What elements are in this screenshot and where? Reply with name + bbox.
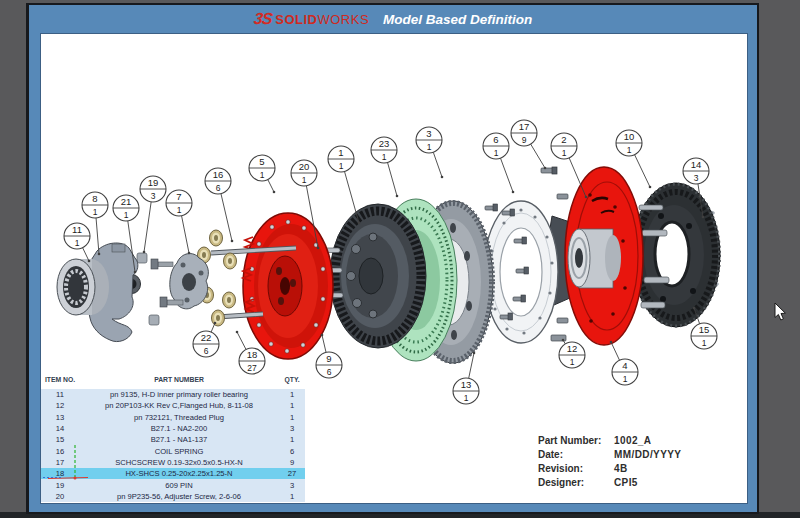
- svg-text:1: 1: [623, 374, 628, 384]
- svg-text:1: 1: [627, 145, 632, 155]
- coil-springs-compressed: [243, 237, 254, 312]
- svg-text:1: 1: [177, 205, 182, 215]
- bom-cell: 1: [279, 492, 305, 501]
- bom-cell: pn 20P103-KK Rev C,Flanged Hub, 8-11-08: [79, 401, 279, 410]
- svg-text:14: 14: [691, 159, 702, 170]
- part-info-block: Part Number:1002_ADate:MM/DD/YYYYRevisio…: [538, 435, 681, 491]
- part-clutch-cover[interactable]: [547, 167, 643, 345]
- svg-text:1: 1: [75, 238, 80, 248]
- cover-screws[interactable]: [541, 167, 576, 341]
- part-flanged-hub[interactable]: [124, 253, 209, 325]
- bom-cell: 3: [279, 424, 305, 433]
- svg-text:22: 22: [201, 332, 212, 343]
- part-pressure-plate[interactable]: [243, 213, 333, 359]
- bom-header-item: ITEM NO.: [41, 376, 79, 383]
- part-schc-screws[interactable]: [485, 204, 529, 320]
- balloon-17[interactable]: 179: [511, 120, 546, 169]
- part-ring-gear[interactable]: [413, 201, 493, 363]
- bom-row-18[interactable]: 18HX-SHCS 0.25-20x2.25x1.25-N27: [41, 468, 305, 479]
- balloon-2[interactable]: 21: [551, 133, 587, 198]
- balloon-23[interactable]: 231: [371, 137, 398, 197]
- bom-row-13[interactable]: 13pn 732121, Threaded Plug1: [41, 412, 305, 423]
- part-pressure-ring[interactable]: [484, 201, 558, 343]
- svg-text:18: 18: [247, 349, 258, 360]
- svg-text:1: 1: [382, 152, 387, 162]
- part-retaining-ring[interactable]: [695, 212, 717, 288]
- balloon-9[interactable]: 96: [316, 334, 342, 378]
- bom-cell: 19: [41, 481, 79, 490]
- svg-text:1: 1: [494, 148, 499, 158]
- bom-row-15[interactable]: 15B27.1 - NA1-1371: [41, 434, 305, 445]
- window-title: Model Based Definition: [383, 12, 532, 27]
- bom-cell: 15: [41, 435, 79, 444]
- part-sprocket[interactable]: [632, 183, 720, 327]
- balloon-4[interactable]: 41: [610, 341, 638, 385]
- balloon-14[interactable]: 143: [683, 158, 709, 218]
- svg-text:6: 6: [493, 134, 498, 145]
- bom-cell: 1: [279, 413, 305, 422]
- balloon-13[interactable]: 131: [453, 352, 479, 404]
- part-pin[interactable]: [137, 253, 159, 325]
- part-roller-bearing[interactable]: [57, 259, 109, 315]
- balloon-22[interactable]: 226: [193, 322, 219, 357]
- bom-cell: HX-SHCS 0.25-20x2.25x1.25-N: [79, 469, 279, 478]
- balloon-3[interactable]: 31: [416, 127, 443, 178]
- titlebar[interactable]: 3S SOLIDWORKS Model Based Definition: [29, 5, 757, 33]
- part-info-label: Revision:: [538, 463, 614, 474]
- balloon-11[interactable]: 111: [64, 223, 90, 262]
- svg-text:1: 1: [702, 338, 707, 348]
- bom-cell: 11: [41, 390, 79, 399]
- part-info-value: CPI5: [614, 477, 638, 488]
- desktop: 3S SOLIDWORKS Model Based Definition ITE…: [0, 0, 800, 518]
- svg-text:19: 19: [148, 177, 159, 188]
- part-locknut[interactable]: [124, 275, 141, 294]
- svg-text:1: 1: [338, 147, 343, 158]
- part-spring-cups-studs[interactable]: [198, 230, 297, 326]
- bom-cell: 13: [41, 413, 79, 422]
- svg-text:15: 15: [699, 324, 710, 335]
- svg-text:6: 6: [216, 183, 221, 193]
- bom-row-17[interactable]: 17SCHCSCREW 0.19-32x0.5x0.5-HX-N9: [41, 457, 305, 468]
- bom-row-11[interactable]: 11pn 9135, H-D inner primary roller bear…: [41, 389, 305, 400]
- bom-row-20[interactable]: 20pn 9P235-56, Adjuster Screw, 2-6-061: [41, 491, 305, 502]
- svg-text:3: 3: [151, 191, 156, 201]
- svg-text:20: 20: [299, 161, 310, 172]
- balloon-16[interactable]: 166: [205, 168, 233, 242]
- bom-row-19[interactable]: 19609 PIN3: [41, 479, 305, 490]
- svg-text:1: 1: [339, 161, 344, 171]
- drawing-sheet[interactable]: ITEM NO. PART NUMBER QTY. 11pn 9135, H-D…: [40, 33, 748, 504]
- svg-text:1: 1: [93, 207, 98, 217]
- balloon-1[interactable]: 11: [328, 146, 360, 224]
- bom-row-12[interactable]: 12pn 20P103-KK Rev C,Flanged Hub, 8-11-0…: [41, 400, 305, 411]
- part-info-label: Date:: [538, 449, 614, 460]
- bom-cell: 12: [41, 401, 79, 410]
- balloon-8[interactable]: 81: [82, 192, 108, 255]
- balloon-7[interactable]: 71: [166, 190, 192, 254]
- svg-text:1: 1: [124, 210, 129, 220]
- svg-text:11: 11: [72, 224, 82, 235]
- balloon-10[interactable]: 101: [616, 130, 651, 188]
- svg-text:1: 1: [260, 170, 265, 180]
- svg-text:9: 9: [522, 135, 527, 145]
- mbd-window: 3S SOLIDWORKS Model Based Definition ITE…: [26, 3, 759, 514]
- bom-header-part: PART NUMBER: [79, 376, 279, 383]
- balloon-19[interactable]: 193: [140, 176, 166, 253]
- balloon-21[interactable]: 211: [113, 195, 139, 273]
- balloon-12[interactable]: 121: [559, 339, 585, 368]
- cover-bearing: [568, 229, 621, 288]
- part-info-label: Designer:: [538, 477, 614, 488]
- bom-cell: 14: [41, 424, 79, 433]
- part-clutch-basket[interactable]: [304, 204, 426, 348]
- bom-row-16[interactable]: 16COIL SPRING6: [41, 445, 305, 456]
- svg-text:13: 13: [461, 379, 472, 390]
- balloon-15[interactable]: 151: [691, 307, 717, 349]
- bom-row-14[interactable]: 14B27.1 - NA2-2003: [41, 423, 305, 434]
- part-bearing-housing[interactable]: [57, 243, 138, 342]
- balloon-18[interactable]: 1827: [236, 331, 265, 374]
- balloon-5[interactable]: 51: [249, 155, 275, 193]
- balloon-6[interactable]: 61: [483, 133, 514, 193]
- bom-rows: 11pn 9135, H-D inner primary roller bear…: [41, 389, 305, 502]
- part-info-value: MM/DD/YYYY: [614, 449, 681, 460]
- part-friction-plates[interactable]: [375, 199, 457, 361]
- balloon-20[interactable]: 201: [291, 160, 319, 249]
